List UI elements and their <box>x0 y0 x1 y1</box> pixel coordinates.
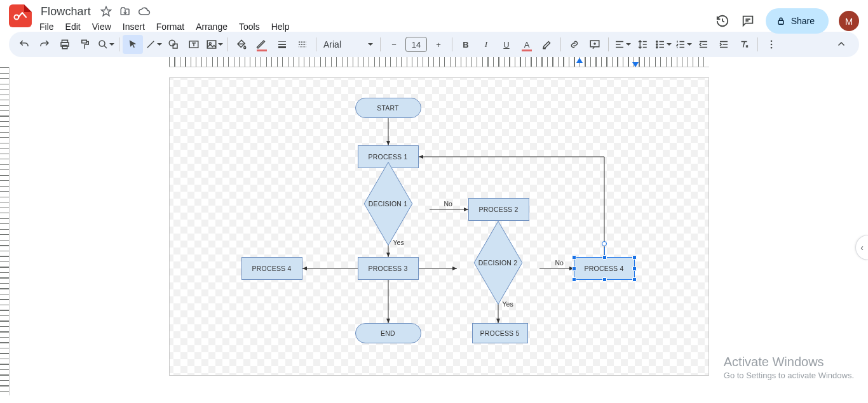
insert-comment-button[interactable] <box>585 35 605 54</box>
line-tool[interactable] <box>143 35 163 54</box>
print-button[interactable] <box>55 35 75 54</box>
rotation-handle[interactable] <box>602 241 607 246</box>
svg-point-19 <box>771 47 773 49</box>
bold-button[interactable]: B <box>456 35 476 54</box>
svg-point-7 <box>99 41 105 46</box>
node-decision2[interactable]: DECISION 2 <box>475 239 522 286</box>
menu-help[interactable]: Help <box>266 19 295 34</box>
underline-button[interactable]: U <box>496 35 517 54</box>
resize-handle[interactable] <box>602 255 607 260</box>
connectors-layer <box>170 78 709 375</box>
node-decision1[interactable]: DECISION 1 <box>365 180 412 227</box>
svg-point-18 <box>771 44 773 46</box>
comments-icon[interactable] <box>740 13 756 29</box>
fill-color-button[interactable] <box>231 35 252 54</box>
font-size-increase[interactable]: + <box>428 35 449 54</box>
svg-point-14 <box>656 41 657 42</box>
node-start[interactable]: START <box>355 98 421 118</box>
workspace: START PROCESS 1 DECISION 1 PROCESS 2 PRO… <box>0 57 868 395</box>
document-title[interactable]: Flowchart <box>38 5 93 18</box>
undo-button[interactable] <box>14 35 34 54</box>
svg-point-8 <box>169 40 175 46</box>
title-bar: Flowchart File Edit View Insert Format A… <box>0 0 868 30</box>
indent-decrease-button[interactable] <box>693 35 714 54</box>
node-end[interactable]: END <box>355 323 421 343</box>
node-process3[interactable]: PROCESS 3 <box>358 257 419 280</box>
ruler-margin-marker[interactable] <box>632 62 639 67</box>
star-icon[interactable] <box>100 5 112 18</box>
select-tool[interactable] <box>123 35 143 54</box>
svg-point-15 <box>656 44 657 45</box>
svg-marker-1 <box>101 7 111 16</box>
svg-rect-9 <box>173 44 177 48</box>
node-process2[interactable]: PROCESS 2 <box>468 198 529 221</box>
image-tool[interactable] <box>204 35 224 54</box>
numbered-list-button[interactable] <box>673 35 693 54</box>
resize-handle[interactable] <box>632 255 637 260</box>
text-color-button[interactable]: A <box>517 35 537 54</box>
font-size-input[interactable]: 14 <box>405 37 427 52</box>
paint-format-button[interactable] <box>75 35 95 54</box>
node-process4-right[interactable]: PROCESS 4 <box>574 257 635 280</box>
line-spacing-button[interactable] <box>632 35 653 54</box>
node-process5[interactable]: PROCESS 5 <box>472 323 528 343</box>
menu-insert[interactable]: Insert <box>118 19 150 34</box>
resize-handle[interactable] <box>572 277 576 282</box>
menu-arrange[interactable]: Arrange <box>191 19 233 34</box>
svg-rect-6 <box>82 40 87 43</box>
align-dropdown[interactable] <box>612 35 632 54</box>
textbox-tool[interactable] <box>184 35 204 54</box>
font-size-decrease[interactable]: − <box>384 35 404 54</box>
svg-rect-2 <box>778 20 783 24</box>
clear-formatting-button[interactable] <box>734 35 754 54</box>
account-avatar[interactable]: M <box>839 11 859 31</box>
ruler-indent-marker[interactable] <box>576 58 583 63</box>
toolbar: Arial − 14 + B I U A <box>9 32 859 57</box>
font-family-dropdown[interactable]: Arial <box>320 35 377 54</box>
shape-tool[interactable] <box>163 35 184 54</box>
resize-handle[interactable] <box>632 267 637 271</box>
edge-label-yes-1: Yes <box>393 239 404 246</box>
collapse-toolbar-button[interactable] <box>831 35 851 54</box>
history-icon[interactable] <box>715 13 730 29</box>
edge-label-no-2: No <box>555 259 564 267</box>
redo-button[interactable] <box>34 35 55 54</box>
vertical-ruler[interactable] <box>0 67 10 395</box>
app-logo[interactable] <box>9 4 32 27</box>
menu-edit[interactable]: Edit <box>60 19 86 34</box>
italic-button[interactable]: I <box>476 35 496 54</box>
border-weight-button[interactable] <box>272 35 292 54</box>
share-label: Share <box>791 16 815 26</box>
lock-icon <box>776 16 786 26</box>
indent-increase-button[interactable] <box>714 35 734 54</box>
menu-tools[interactable]: Tools <box>234 19 265 34</box>
svg-rect-11 <box>207 41 216 48</box>
more-options-button[interactable] <box>761 35 782 54</box>
resize-handle[interactable] <box>572 255 576 260</box>
share-button[interactable]: Share <box>766 8 829 34</box>
svg-point-16 <box>656 46 657 48</box>
menu-format[interactable]: Format <box>151 19 189 34</box>
bulleted-list-button[interactable] <box>653 35 673 54</box>
drawing-page[interactable]: START PROCESS 1 DECISION 1 PROCESS 2 PRO… <box>169 77 709 376</box>
border-color-button[interactable] <box>252 35 272 54</box>
resize-handle[interactable] <box>572 267 576 271</box>
edge-label-no-1: No <box>444 200 452 208</box>
menu-bar: File Edit View Insert Format Arrange Too… <box>34 19 715 34</box>
highlight-button[interactable] <box>537 35 557 54</box>
edge-label-yes-2: Yes <box>503 300 513 308</box>
resize-handle[interactable] <box>632 277 637 282</box>
svg-point-17 <box>771 40 773 42</box>
insert-link-button[interactable] <box>564 35 585 54</box>
border-dash-button[interactable] <box>292 35 313 54</box>
menu-file[interactable]: File <box>34 19 59 34</box>
horizontal-ruler[interactable] <box>10 57 867 67</box>
menu-view[interactable]: View <box>87 19 116 34</box>
move-icon[interactable] <box>119 5 132 18</box>
canvas[interactable]: START PROCESS 1 DECISION 1 PROCESS 2 PRO… <box>10 67 868 395</box>
node-process4-left[interactable]: PROCESS 4 <box>241 257 302 280</box>
cloud-status-icon[interactable] <box>138 5 151 18</box>
zoom-dropdown[interactable] <box>95 35 116 54</box>
resize-handle[interactable] <box>602 277 607 282</box>
